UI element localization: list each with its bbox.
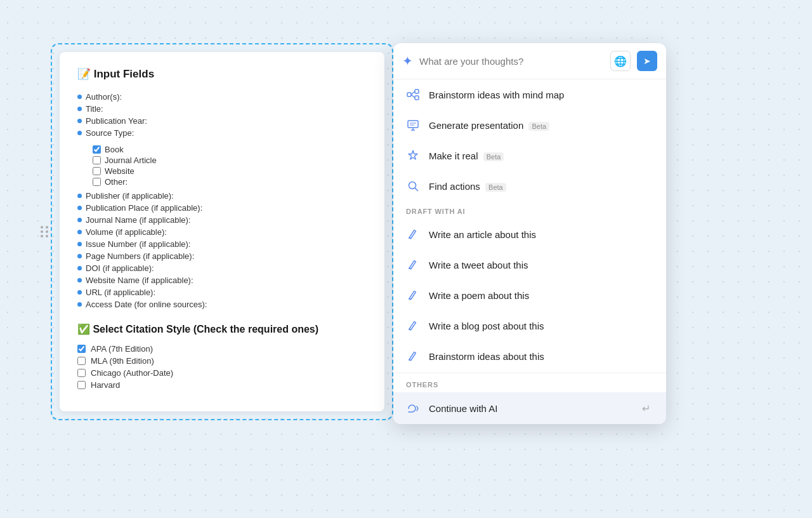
menu-item-generate-presentation[interactable]: Generate presentation Beta: [393, 110, 666, 140]
brainstorm-mindmap-label: Brainstorm ideas with mind map: [429, 90, 653, 100]
generate-presentation-label: Generate presentation Beta: [429, 120, 653, 131]
citation-harvard: Harvard: [77, 379, 367, 391]
make-real-icon: [406, 149, 420, 163]
drag-handle[interactable]: [41, 226, 48, 237]
generate-presentation-badge: Beta: [528, 122, 549, 131]
source-journal-label: Journal Article: [105, 156, 157, 165]
make-it-real-badge: Beta: [483, 152, 504, 161]
menu-item-continue-ai[interactable]: Continue with AI ↵: [393, 392, 666, 424]
svg-line-11: [415, 188, 418, 191]
menu-item-write-blog[interactable]: Write a blog post about this: [393, 310, 666, 341]
field-list: Author(s): Title: Publication Year: Sour…: [77, 91, 367, 139]
source-type-group: Book Journal Article Website Other:: [93, 144, 367, 187]
find-actions-badge: Beta: [485, 183, 506, 192]
continue-ai-icon: [406, 401, 420, 415]
citation-checkboxes: APA (7th Edition) MLA (9th Edition) Chic…: [77, 343, 367, 391]
field-list-2: Publisher (if applicable): Publication P…: [77, 190, 367, 310]
source-website-checkbox[interactable]: [93, 167, 101, 175]
write-article-label: Write an article about this: [429, 229, 653, 240]
ai-panel: ✦ 🌐 ➤ Brainstorm ideas with mind map: [393, 43, 666, 424]
others-section-header: OTHERS: [393, 375, 666, 392]
citation-mla-checkbox[interactable]: [77, 357, 86, 365]
globe-icon: 🌐: [614, 55, 627, 67]
svg-rect-0: [407, 93, 411, 96]
citation-chicago-label: Chicago (Author-Date): [91, 368, 173, 378]
source-journal-row: Journal Article: [93, 155, 367, 166]
menu-item-find-actions[interactable]: Find actions Beta: [393, 171, 666, 201]
source-journal-checkbox[interactable]: [93, 156, 101, 164]
source-website-label: Website: [105, 166, 134, 176]
field-pages: Page Numbers (if applicable):: [77, 250, 367, 262]
field-source-type: Source Type:: [77, 127, 367, 139]
citation-chicago-checkbox[interactable]: [77, 369, 86, 377]
find-actions-icon: [406, 179, 420, 193]
field-website-name: Website Name (if applicable):: [77, 274, 367, 286]
citation-mla-label: MLA (9th Edition): [91, 356, 154, 366]
write-tweet-label: Write a tweet about this: [429, 260, 653, 270]
ai-menu-list: Brainstorm ideas with mind map Generate …: [393, 79, 666, 424]
ai-star-icon: ✦: [402, 53, 413, 69]
citation-apa-label: APA (7th Edition): [91, 344, 153, 354]
menu-item-write-article[interactable]: Write an article about this: [393, 219, 666, 249]
source-other-label: Other:: [105, 177, 128, 187]
source-website-row: Website: [93, 166, 367, 176]
svg-line-3: [411, 91, 415, 95]
svg-rect-2: [415, 96, 419, 100]
svg-line-4: [411, 95, 415, 98]
source-book-checkbox[interactable]: [93, 145, 101, 154]
field-volume: Volume (if applicable):: [77, 226, 367, 238]
field-journal-name: Journal Name (if applicable):: [77, 214, 367, 226]
doc-card: 📝 Input Fields Author(s): Title: Publica…: [60, 52, 384, 411]
brainstorm-mindmap-icon: [406, 88, 420, 102]
return-icon: ↵: [638, 401, 653, 416]
citation-apa-checkbox[interactable]: [77, 345, 86, 353]
field-access-date: Access Date (for online sources):: [77, 298, 367, 310]
source-other-checkbox[interactable]: [93, 178, 101, 186]
make-it-real-label: Make it real Beta: [429, 150, 653, 161]
presentation-icon: [406, 118, 420, 132]
field-authors: Author(s):: [77, 91, 367, 103]
draft-section-header: DRAFT WITH AI: [393, 201, 666, 219]
ai-send-button[interactable]: ➤: [637, 51, 657, 71]
write-poem-label: Write a poem about this: [429, 290, 653, 301]
write-article-icon: [406, 227, 420, 241]
brainstorm-ideas-icon: [406, 349, 420, 363]
field-doi: DOI (if applicable):: [77, 262, 367, 274]
menu-item-brainstorm-mindmap[interactable]: Brainstorm ideas with mind map: [393, 79, 666, 110]
brainstorm-ideas-label: Brainstorm ideas about this: [429, 351, 653, 362]
menu-item-brainstorm-ideas[interactable]: Brainstorm ideas about this: [393, 341, 666, 371]
write-tweet-icon: [406, 258, 420, 272]
field-pub-place: Publication Place (if applicable):: [77, 202, 367, 214]
field-url: URL (if applicable):: [77, 286, 367, 298]
citation-harvard-checkbox[interactable]: [77, 381, 86, 389]
citation-title: ✅ Select Citation Style (Check the requi…: [77, 323, 367, 335]
input-fields-title: 📝 Input Fields: [77, 67, 367, 81]
find-actions-label: Find actions Beta: [429, 181, 653, 192]
field-publisher: Publisher (if applicable):: [77, 190, 367, 202]
field-pub-year: Publication Year:: [77, 115, 367, 127]
write-poem-icon: [406, 288, 420, 302]
source-book-label: Book: [105, 145, 124, 154]
svg-rect-1: [415, 90, 419, 93]
menu-item-write-poem[interactable]: Write a poem about this: [393, 280, 666, 310]
ai-search-bar: ✦ 🌐 ➤: [393, 43, 666, 79]
field-issue: Issue Number (if applicable):: [77, 238, 367, 250]
ai-globe-button[interactable]: 🌐: [610, 51, 631, 71]
menu-item-write-tweet[interactable]: Write a tweet about this: [393, 249, 666, 280]
doc-card-wrapper: 📝 Input Fields Author(s): Title: Publica…: [51, 43, 393, 420]
citation-apa: APA (7th Edition): [77, 343, 367, 355]
menu-item-make-it-real[interactable]: Make it real Beta: [393, 140, 666, 171]
ai-search-input[interactable]: [419, 56, 604, 67]
send-icon: ➤: [643, 56, 651, 66]
write-blog-icon: [406, 319, 420, 333]
citation-chicago: Chicago (Author-Date): [77, 367, 367, 379]
svg-rect-5: [408, 121, 418, 128]
source-book-row: Book: [93, 144, 367, 155]
continue-ai-label: Continue with AI: [429, 403, 629, 414]
citation-harvard-label: Harvard: [91, 380, 120, 390]
write-blog-label: Write a blog post about this: [429, 321, 653, 331]
field-title: Title:: [77, 103, 367, 115]
others-divider: [393, 373, 666, 373]
citation-mla: MLA (9th Edition): [77, 355, 367, 367]
source-other-row: Other:: [93, 176, 367, 187]
